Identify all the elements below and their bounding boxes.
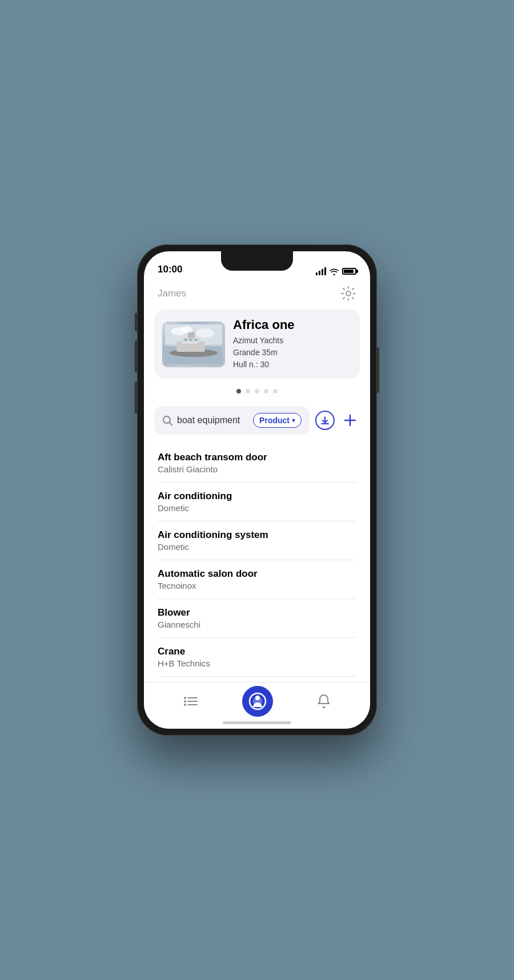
product-item-brand: Dometic [158,503,356,513]
product-filter-label: Product [259,416,290,425]
bell-icon [317,694,331,709]
svg-rect-10 [194,339,198,341]
product-item-brand: Calistri Giacinto [158,464,356,474]
wifi-icon [330,268,339,275]
product-item-brand: H+B Technics [158,658,356,668]
svg-point-23 [184,700,186,702]
search-icon [162,415,172,425]
search-area: boat equipment Product ▾ [144,406,370,444]
status-icons [316,267,356,275]
search-input[interactable]: boat equipment [177,415,248,425]
svg-point-14 [163,416,170,423]
nav-list-button[interactable] [172,690,210,712]
search-bar[interactable]: boat equipment Product ▾ [154,406,310,435]
product-item[interactable]: BlowerGianneschi [158,599,356,638]
product-filter-button[interactable]: Product ▾ [253,413,302,428]
battery-icon [342,268,356,275]
svg-point-13 [196,328,214,338]
home-indicator [223,721,291,724]
svg-rect-9 [189,339,192,341]
dot-5[interactable] [273,389,278,393]
phone-screen: 10:00 [144,251,370,729]
dot-2[interactable] [246,389,250,393]
product-item-name: Crane [158,646,356,657]
boat-name: Africa one [233,318,352,332]
svg-point-24 [184,704,186,706]
svg-point-22 [184,697,186,699]
product-item-name: Automatic salon door [158,568,356,580]
app-header: James [144,280,370,310]
dot-1[interactable] [236,389,241,393]
download-button[interactable] [315,411,335,430]
product-item[interactable]: Air conditioning systemDometic [158,521,356,560]
dot-4[interactable] [264,389,268,393]
svg-point-12 [181,326,192,333]
app-content: James [144,280,370,682]
product-item-name: Aft beach transom door [158,452,356,463]
boat-info: Africa one Azimut Yachts Grande 35m Hull… [233,318,352,371]
notch [221,251,293,271]
signal-bars-icon [316,267,326,275]
product-list: Aft beach transom doorCalistri GiacintoA… [144,444,370,682]
pagination-dots [144,389,370,393]
product-item[interactable]: GangwayCalistri Giacinto [158,677,356,682]
product-item[interactable]: CraneH+B Technics [158,638,356,677]
nav-notifications-button[interactable] [306,689,342,713]
svg-rect-8 [184,339,187,341]
product-item[interactable]: Aft beach transom doorCalistri Giacinto [158,444,356,483]
download-icon [320,416,330,425]
product-item-brand: Tecnoinox [158,581,356,591]
product-item-name: Air conditioning [158,491,356,502]
gear-icon[interactable] [340,286,356,302]
status-time: 10:00 [158,264,182,275]
svg-point-27 [255,696,260,700]
boat-hull: Hull n.: 30 [233,359,352,371]
product-item-name: Air conditioning system [158,529,356,541]
svg-rect-7 [188,332,195,338]
list-icon [183,695,198,708]
user-name: James [158,288,186,299]
chevron-down-icon: ▾ [292,416,295,424]
dot-3[interactable] [255,389,259,393]
boat-model: Grande 35m [233,347,352,359]
product-item[interactable]: Automatic salon doorTecnoinox [158,560,356,599]
svg-point-0 [346,291,351,296]
home-center-icon [248,692,267,710]
plus-icon [344,414,356,427]
boat-thumbnail [165,324,222,364]
boat-card[interactable]: Africa one Azimut Yachts Grande 35m Hull… [154,310,360,379]
phone-frame: 10:00 [137,244,377,736]
add-button[interactable] [340,411,360,430]
product-item[interactable]: Air conditioningDometic [158,483,356,521]
product-item-brand: Gianneschi [158,620,356,629]
product-item-brand: Dometic [158,542,356,552]
product-item-name: Blower [158,607,356,618]
svg-line-15 [170,423,172,425]
nav-home-button[interactable] [242,686,273,717]
boat-brand: Azimut Yachts [233,335,352,347]
boat-image [162,322,225,367]
